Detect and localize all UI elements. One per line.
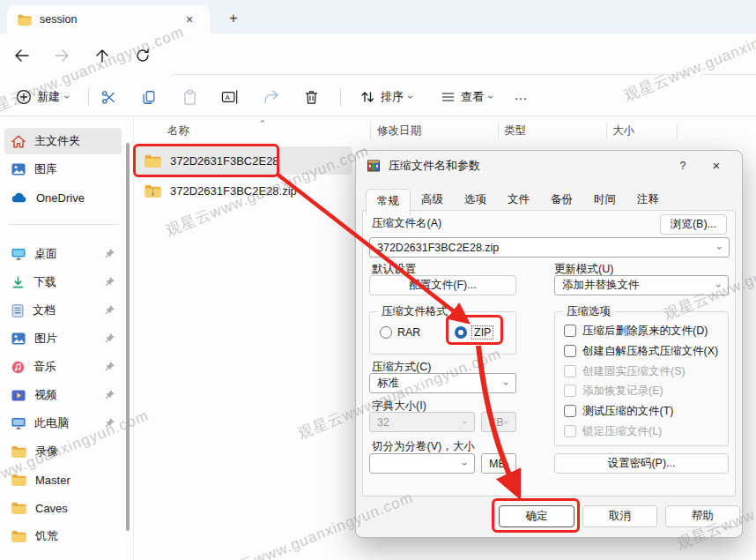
option-label: 测试压缩的文件(T) [582, 404, 673, 419]
sidebar-item-desktop[interactable]: 桌面 [4, 241, 122, 267]
sidebar-item-label: 文档 [33, 302, 56, 318]
sidebar-item-recordings[interactable]: 录像 [4, 438, 122, 465]
delete-button[interactable] [296, 84, 326, 110]
paste-button[interactable] [174, 84, 204, 110]
sidebar-item-onedrive[interactable]: OneDrive [4, 184, 122, 211]
column-header-date[interactable]: 修改日期 [377, 123, 421, 138]
compression-options-group: 压缩选项 压缩后删除原来的文件(D) 创建自解压格式压缩文件(X) 创建固实压缩… [554, 311, 729, 446]
sidebar-item-master[interactable]: Master [4, 467, 122, 493]
sidebar-item-caves[interactable]: Caves [4, 495, 122, 521]
toolbar-divider [340, 88, 341, 106]
forward-button[interactable] [48, 41, 76, 70]
sidebar-item-this-pc[interactable]: 此电脑 [4, 410, 122, 437]
column-divider[interactable] [606, 123, 607, 139]
more-options-button[interactable]: ··· [506, 84, 536, 110]
new-button[interactable]: 新建 › [9, 84, 76, 110]
annotation-box-zip-radio [446, 315, 503, 345]
dictionary-unit-select: KB › [481, 412, 516, 432]
dialog-title: 压缩文件名和参数 [389, 158, 480, 174]
sort-button[interactable]: 排序 › [352, 84, 419, 110]
update-mode-value: 添加并替换文件 [562, 278, 640, 293]
share-button[interactable] [256, 84, 285, 110]
split-unit-select[interactable]: MB › [481, 453, 516, 474]
column-divider[interactable] [370, 123, 371, 139]
new-tab-button[interactable]: + [222, 8, 245, 29]
pin-icon [104, 361, 115, 372]
sidebar-item-label: 录像 [35, 444, 58, 459]
tab-options[interactable]: 选项 [454, 188, 497, 214]
sort-arrows-icon [359, 89, 375, 105]
back-button[interactable] [7, 41, 35, 70]
sort-button-label: 排序 [381, 89, 404, 105]
tab-title: session [40, 13, 77, 26]
sidebar-item-label: 音乐 [33, 359, 56, 375]
set-password-button[interactable]: 设置密码(P)... [554, 453, 729, 474]
computer-icon [11, 417, 26, 429]
column-header-name[interactable]: 名称 [167, 123, 189, 138]
profiles-button[interactable]: 配置文件(F)... [369, 275, 516, 295]
sidebar-item-label: Caves [35, 502, 68, 515]
sidebar-item-dst[interactable]: 饥荒 [4, 523, 122, 549]
explorer-tab-session[interactable]: session × [7, 5, 210, 34]
file-row-zip[interactable]: 372D2631F3BC2E28.zip [136, 176, 352, 205]
checkbox-icon [564, 405, 576, 417]
refresh-button[interactable] [129, 41, 157, 70]
sidebar-item-music[interactable]: 音乐 [4, 354, 122, 380]
desktop-icon [11, 248, 26, 260]
split-volume-select[interactable]: › [369, 453, 475, 474]
option-sfx[interactable]: 创建自解压格式压缩文件(X) [564, 343, 718, 359]
up-button[interactable] [88, 41, 116, 70]
chevron-down-icon: › [501, 382, 512, 385]
tab-comment[interactable]: 注释 [626, 188, 670, 214]
tab-backup[interactable]: 备份 [540, 188, 583, 214]
explorer-window: session × + › ··· 1466366681 › Cluster_1… [0, 0, 756, 560]
sidebar-item-gallery[interactable]: 图库 [4, 156, 122, 183]
column-header-type[interactable]: 类型 [504, 123, 526, 138]
column-divider[interactable] [498, 123, 499, 139]
option-label: 压缩后删除原来的文件(D) [582, 324, 708, 339]
sidebar-item-downloads[interactable]: 下载 [4, 269, 122, 295]
method-select[interactable]: 标准 › [369, 373, 516, 393]
help-button[interactable]: 帮助 [665, 505, 740, 527]
column-header-size[interactable]: 大小 [612, 123, 634, 138]
pictures-icon [11, 332, 26, 345]
browse-button[interactable]: 浏览(B)... [660, 214, 727, 235]
file-name: 372D2631F3BC2E28.zip [170, 184, 297, 198]
sidebar-item-documents[interactable]: 文档 [4, 297, 122, 324]
cut-button[interactable] [93, 84, 123, 110]
view-lines-icon [441, 90, 456, 104]
paste-icon [182, 89, 197, 106]
cancel-button[interactable]: 取消 [582, 505, 657, 527]
tab-files[interactable]: 文件 [497, 188, 540, 214]
chevron-down-icon: › [460, 421, 471, 424]
option-label: 创建自解压格式压缩文件(X) [582, 344, 718, 359]
navigation-bar: › ··· 1466366681 › Cluster_1 › Caves › s… [0, 34, 756, 78]
sidebar-item-home[interactable]: 主文件夹 [4, 128, 122, 154]
format-radio-rar[interactable]: RAR [380, 326, 420, 339]
tab-advanced[interactable]: 高级 [411, 188, 454, 214]
tab-general[interactable]: 常规 [366, 189, 411, 215]
sidebar-scrollbar[interactable] [126, 143, 130, 531]
dictionary-select: 32 › [369, 412, 475, 432]
navigation-pane: 主文件夹 图库 OneDrive 桌面 下载 文档 图片 [0, 116, 132, 560]
tab-bar: session × + [0, 0, 756, 34]
copy-button[interactable] [134, 84, 164, 110]
sidebar-item-videos[interactable]: 视频 [4, 382, 122, 408]
rename-button[interactable]: A [215, 84, 245, 110]
option-delete-after[interactable]: 压缩后删除原来的文件(D) [564, 323, 708, 339]
archive-name-combobox[interactable]: 372D2631F3BC2E28.zip › [369, 237, 730, 258]
column-divider[interactable] [677, 123, 678, 139]
dialog-close-icon[interactable]: × [701, 155, 731, 176]
view-button[interactable]: 查看 › [434, 84, 500, 110]
chevron-down-icon: › [404, 95, 417, 99]
winrar-icon [367, 159, 381, 173]
tab-close-icon[interactable]: × [180, 10, 199, 29]
home-icon [11, 135, 26, 148]
sidebar-item-pictures[interactable]: 图片 [4, 325, 122, 352]
option-test[interactable]: 测试压缩的文件(T) [564, 403, 673, 419]
tab-time[interactable]: 时间 [583, 188, 626, 214]
update-mode-select[interactable]: 添加并替换文件 › [554, 275, 729, 295]
list-header: › 名称 修改日期 类型 大小 [132, 120, 756, 143]
folder-icon [11, 445, 26, 458]
dialog-help-icon[interactable]: ? [670, 155, 696, 176]
